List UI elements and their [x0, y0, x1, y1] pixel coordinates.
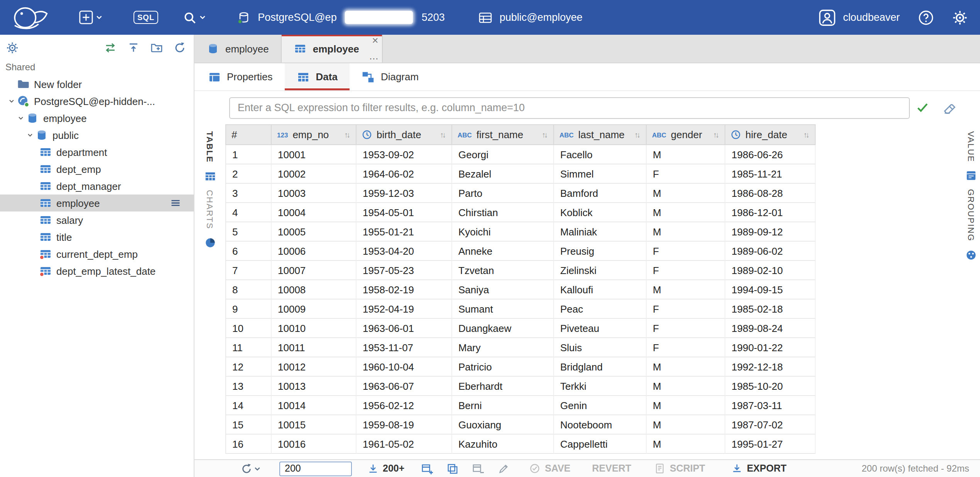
data-cell[interactable]: 1986-08-28 [725, 184, 816, 203]
data-cell[interactable]: 1959-12-03 [357, 184, 452, 203]
revert-button[interactable]: REVERT [592, 463, 631, 474]
data-cell[interactable]: Zielinski [554, 261, 647, 280]
data-cell[interactable]: 1985-10-20 [725, 377, 816, 396]
add-folder-icon[interactable] [150, 41, 163, 54]
data-cell[interactable]: 10008 [272, 280, 357, 299]
column-header-first_name[interactable]: ABCfirst_name↑↓ [452, 125, 554, 144]
data-cell[interactable]: Peac [554, 299, 647, 319]
close-icon[interactable]: × [372, 35, 378, 46]
data-cell[interactable]: Terkki [554, 377, 647, 396]
data-cell[interactable]: F [647, 338, 725, 357]
data-cell[interactable]: 1985-11-21 [725, 164, 816, 184]
data-cell[interactable]: 10016 [272, 435, 357, 454]
data-cell[interactable]: Facello [554, 145, 647, 164]
data-cell[interactable]: 1989-09-12 [725, 222, 816, 242]
tree-item-title[interactable]: title [0, 228, 194, 245]
row-index-cell[interactable]: 14 [225, 396, 272, 415]
expand-chevron-icon[interactable] [6, 97, 16, 105]
row-index-cell[interactable]: 1 [225, 145, 272, 164]
row-index-cell[interactable]: 11 [225, 338, 272, 357]
tab-value-panel[interactable]: VALUE [966, 131, 976, 162]
charts-presentation-icon[interactable] [204, 237, 216, 249]
data-cell[interactable]: Piveteau [554, 319, 647, 338]
data-cell[interactable]: 1961-05-02 [357, 435, 452, 454]
data-cell[interactable]: 1954-05-01 [357, 203, 452, 222]
data-cell[interactable]: F [647, 164, 725, 184]
sort-icon[interactable]: ↑↓ [344, 130, 350, 139]
data-cell[interactable]: Bezalel [452, 164, 554, 184]
tab-employee-table[interactable]: employee × ⋯ [282, 35, 383, 63]
row-index-cell[interactable]: 16 [225, 435, 272, 454]
data-cell[interactable]: 10001 [272, 145, 357, 164]
tab-table-presentation[interactable]: TABLE [205, 131, 215, 163]
row-index-cell[interactable]: 13 [225, 377, 272, 396]
column-header-index[interactable]: # [225, 125, 272, 144]
tree-item-salary[interactable]: salary [0, 211, 194, 228]
data-cell[interactable]: Kyoichi [452, 222, 554, 242]
data-cell[interactable]: 1960-10-04 [357, 357, 452, 377]
row-index-cell[interactable]: 3 [225, 184, 272, 203]
fetch-next-page-button[interactable]: 200+ [367, 463, 404, 474]
clear-filter-icon[interactable] [943, 101, 957, 115]
schema-selector[interactable]: public@employee [479, 11, 583, 24]
value-panel-icon[interactable] [965, 170, 977, 182]
column-header-hire_date[interactable]: hire_date↑↓ [725, 125, 816, 144]
tree-item-employee[interactable]: employee [0, 195, 194, 211]
data-cell[interactable]: 1953-11-07 [357, 338, 452, 357]
data-cell[interactable]: 1955-01-21 [357, 222, 452, 242]
data-cell[interactable]: Guoxiang [452, 415, 554, 435]
row-index-cell[interactable]: 7 [225, 261, 272, 280]
column-header-birth_date[interactable]: birth_date↑↓ [357, 125, 452, 144]
data-cell[interactable]: Parto [452, 184, 554, 203]
data-cell[interactable]: M [647, 203, 725, 222]
data-cell[interactable]: 1995-01-27 [725, 435, 816, 454]
user-menu-button[interactable]: cloudbeaver [819, 9, 900, 26]
sql-filter-input[interactable] [229, 97, 910, 118]
data-cell[interactable]: Nooteboom [554, 415, 647, 435]
refresh-tree-icon[interactable] [174, 41, 186, 54]
row-index-cell[interactable]: 4 [225, 203, 272, 222]
data-cell[interactable]: 10009 [272, 299, 357, 319]
data-cell[interactable]: M [647, 145, 725, 164]
sync-connection-icon[interactable] [104, 41, 117, 54]
new-object-button[interactable] [79, 10, 103, 25]
data-cell[interactable]: F [647, 242, 725, 261]
tree-item-public[interactable]: public [0, 127, 194, 144]
data-cell[interactable]: 10002 [272, 164, 357, 184]
row-index-cell[interactable]: 9 [225, 299, 272, 319]
data-cell[interactable]: Kazuhito [452, 435, 554, 454]
export-button[interactable]: EXPORT [732, 463, 787, 474]
apply-filter-icon[interactable] [916, 101, 929, 114]
data-cell[interactable]: Koblick [554, 203, 647, 222]
help-button[interactable] [918, 10, 934, 25]
data-cell[interactable]: Tzvetan [452, 261, 554, 280]
data-cell[interactable]: Mary [452, 338, 554, 357]
tab-properties[interactable]: Properties [196, 63, 285, 90]
data-cell[interactable]: Simmel [554, 164, 647, 184]
data-cell[interactable]: Bridgland [554, 357, 647, 377]
data-cell[interactable]: 1987-07-02 [725, 415, 816, 435]
tree-item-current-dept-emp[interactable]: current_dept_emp [0, 245, 194, 262]
script-button[interactable]: SCRIPT [654, 463, 705, 474]
data-cell[interactable]: 1986-12-01 [725, 203, 816, 222]
data-cell[interactable]: 1989-06-02 [725, 242, 816, 261]
data-cell[interactable]: 10012 [272, 357, 357, 377]
tree-item-department[interactable]: department [0, 144, 194, 161]
sort-icon[interactable]: ↑↓ [542, 130, 548, 139]
data-cell[interactable]: 10003 [272, 184, 357, 203]
reload-options-chevron-icon[interactable] [254, 465, 261, 472]
data-cell[interactable]: M [647, 357, 725, 377]
data-cell[interactable]: M [647, 184, 725, 203]
reload-data-icon[interactable] [241, 463, 252, 474]
data-cell[interactable]: 1992-12-18 [725, 357, 816, 377]
collapse-all-icon[interactable] [127, 41, 140, 54]
data-cell[interactable]: 1963-06-07 [357, 377, 452, 396]
duplicate-row-button[interactable] [447, 463, 458, 474]
sort-icon[interactable]: ↑↓ [634, 130, 640, 139]
data-cell[interactable]: Saniya [452, 280, 554, 299]
row-index-cell[interactable]: 8 [225, 280, 272, 299]
data-cell[interactable]: F [647, 261, 725, 280]
row-index-cell[interactable]: 2 [225, 164, 272, 184]
data-cell[interactable]: M [647, 222, 725, 242]
data-cell[interactable]: 1990-01-22 [725, 338, 816, 357]
